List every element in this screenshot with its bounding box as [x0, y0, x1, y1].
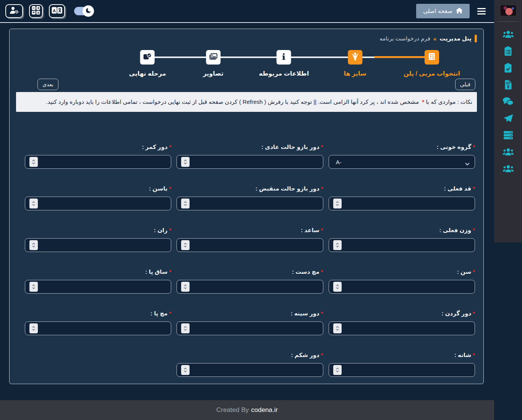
notice-text-part1: نکات : مواردی که با: [424, 99, 472, 105]
thigh-input[interactable]: [25, 238, 171, 252]
field-label: *دور بازو حالت عادی :: [177, 143, 323, 151]
sidebar-item-comments[interactable]: [503, 97, 514, 107]
ankle-input[interactable]: [25, 321, 171, 335]
neck-input[interactable]: [329, 321, 475, 335]
step-info-button[interactable]: [277, 50, 291, 65]
step-label: انتخواب مربی / پلن: [404, 70, 460, 77]
number-spinner[interactable]: [181, 199, 190, 208]
wrist-input[interactable]: [177, 280, 323, 294]
info-icon: [280, 52, 288, 62]
number-spinner[interactable]: [29, 282, 38, 292]
moon-icon: [85, 7, 92, 15]
number-spinner[interactable]: [181, 365, 190, 375]
svg-text:$: $: [507, 85, 509, 89]
number-spinner[interactable]: [333, 365, 342, 375]
number-spinner[interactable]: [181, 157, 190, 167]
step-sizes-button[interactable]: [348, 50, 362, 65]
belly-input[interactable]: [177, 363, 323, 377]
field-label: *وزن فعلی :: [329, 226, 475, 234]
field-weight: *وزن فعلی :: [329, 226, 475, 252]
breadcrumb-page: فرم درخواست برنامه: [379, 35, 430, 42]
home-button[interactable]: صفحه اصلی: [416, 4, 470, 18]
age-input[interactable]: [329, 280, 475, 294]
breadcrumb-section: پنل مدیریت: [439, 35, 472, 42]
step-tab-info: اطلاعات مربوطه: [259, 50, 309, 77]
sidebar-item-users[interactable]: [503, 164, 514, 174]
required-asterisk: *: [473, 185, 475, 192]
sidebar-item-paper-plane[interactable]: [503, 113, 514, 123]
field-calf: *ساق پا :: [25, 268, 171, 294]
arm-flexed-input[interactable]: [177, 197, 323, 210]
avatar[interactable]: [501, 5, 516, 16]
svg-text:A: A: [53, 8, 56, 13]
field-label: *قد فعلی :: [329, 185, 475, 192]
number-spinner[interactable]: [181, 240, 190, 250]
prev-button[interactable]: قبلی: [455, 79, 475, 90]
field-neck: *دور گردن :: [329, 310, 475, 335]
height-input[interactable]: [329, 197, 475, 210]
sidebar-item-invoice-dollar[interactable]: $: [503, 80, 514, 90]
sidebar-item-users[interactable]: [503, 147, 514, 157]
number-spinner[interactable]: [181, 282, 190, 292]
field-label: *دور بازو حالت منقبض :: [177, 185, 323, 192]
number-spinner[interactable]: [333, 199, 342, 208]
required-asterisk: *: [169, 310, 172, 317]
next-button[interactable]: بعدی: [37, 79, 58, 90]
step-label: اطلاعات مربوطه: [259, 70, 309, 77]
weight-input[interactable]: [329, 238, 475, 252]
field-label: *دور کمر :: [25, 143, 171, 151]
field-label: *مچ پا :: [25, 310, 171, 317]
waist-input[interactable]: [25, 155, 171, 169]
sidebar-item-clipboard-check[interactable]: [503, 63, 514, 73]
required-asterisk: *: [473, 310, 475, 317]
calculator-button[interactable]: [29, 4, 43, 18]
required-asterisk: *: [321, 185, 323, 192]
footer-text: Created By: [216, 406, 249, 414]
footer-link-codena[interactable]: codena.ir: [251, 406, 278, 414]
required-asterisk: *: [321, 227, 323, 233]
breadcrumb: پنل مدیریت « فرم درخواست برنامه: [10, 29, 483, 42]
number-spinner[interactable]: [333, 323, 342, 333]
number-spinner[interactable]: [29, 323, 38, 333]
number-spinner[interactable]: [333, 282, 342, 292]
user-settings-button[interactable]: [5, 4, 23, 18]
calf-input[interactable]: [25, 280, 171, 294]
step-final-button[interactable]: [140, 50, 155, 65]
shoulder-input[interactable]: [329, 363, 475, 377]
number-spinner[interactable]: [181, 323, 190, 333]
step-plan-button[interactable]: [425, 50, 439, 65]
step-tab-final: مرحله نهایی: [129, 50, 166, 77]
dark-mode-toggle[interactable]: [74, 7, 92, 15]
required-asterisk: *: [473, 352, 475, 358]
number-spinner[interactable]: [29, 157, 38, 167]
breadcrumb-accent-bar: [475, 35, 477, 42]
field-label: *گروه خونی :: [329, 143, 475, 151]
field-ankle: *مچ پا :: [25, 310, 171, 335]
required-asterisk: *: [321, 310, 323, 317]
arm-normal-input[interactable]: [177, 155, 323, 169]
child-icon: [351, 52, 359, 62]
menu-icon[interactable]: [477, 8, 486, 15]
blood-type-select[interactable]: A-: [329, 155, 475, 169]
number-spinner[interactable]: [29, 199, 38, 208]
translate-button[interactable]: A: [49, 4, 65, 18]
checklist-icon: [428, 52, 436, 62]
chest-input[interactable]: [177, 321, 323, 335]
required-asterisk: *: [169, 227, 172, 233]
required-asterisk: *: [169, 268, 172, 275]
field-label: *ساعد :: [177, 226, 323, 234]
step-images-button[interactable]: [206, 50, 220, 65]
forearm-input[interactable]: [177, 238, 323, 252]
home-button-label: صفحه اصلی: [423, 8, 452, 15]
sidebar-item-users[interactable]: [503, 29, 514, 39]
required-asterisk: *: [473, 227, 475, 233]
field-arm-flexed: *دور بازو حالت منقبض :: [177, 185, 323, 210]
field-height: *قد فعلی :: [329, 185, 475, 210]
number-spinner[interactable]: [333, 240, 342, 250]
field-label: *ران :: [25, 226, 171, 234]
hip-input[interactable]: [25, 197, 171, 210]
sidebar-item-clipboard-list[interactable]: [503, 46, 514, 56]
number-spinner[interactable]: [29, 240, 38, 250]
required-asterisk: *: [321, 352, 323, 358]
sidebar-item-server[interactable]: [503, 130, 514, 140]
